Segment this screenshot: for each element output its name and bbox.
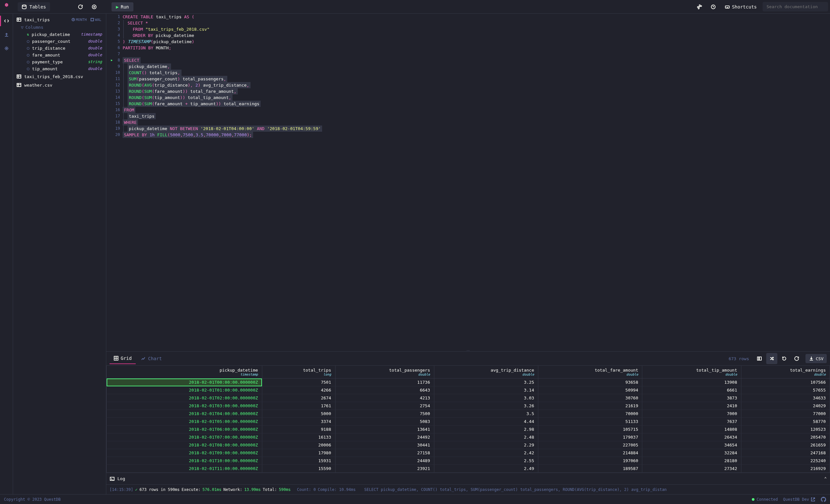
refresh-button[interactable] — [75, 1, 86, 12]
database-icon — [22, 4, 27, 9]
keyboard-icon — [725, 4, 730, 9]
chevron-down-icon: ▽ — [21, 25, 24, 30]
code-editor[interactable]: 1234567891011121314151617181920 CREATE T… — [106, 14, 830, 350]
column-header[interactable]: pickup_datetimetimestamp — [106, 366, 262, 378]
column-item[interactable]: payment_typestring — [13, 59, 106, 65]
tables-label: Tables — [29, 4, 46, 9]
csv-filename: taxi_trips_feb_2018.csv — [24, 74, 83, 79]
status-query: SELECT pickup_datetime, COUNT() total_tr… — [364, 487, 667, 492]
refresh-icon — [78, 4, 83, 9]
square-icon — [91, 18, 94, 21]
table-row[interactable]: 2018-02-01T04:00:00.000000Z500075003.570… — [106, 410, 830, 418]
table-row[interactable]: 2018-02-01T06:00:00.000000Z9188136412.98… — [106, 426, 830, 433]
line-gutter: 1234567891011121314151617181920 — [106, 14, 123, 350]
log-bar[interactable]: Log ⌃ — [106, 473, 830, 484]
column-name: tip_amount — [32, 66, 58, 71]
refresh-grid-button[interactable] — [791, 353, 802, 364]
gear-icon — [4, 46, 9, 51]
column-item[interactable]: trip_distancedouble — [13, 45, 106, 52]
table-row[interactable]: 2018-02-01T11:00:00.000000Z15590239212.4… — [106, 465, 830, 473]
slack-button[interactable] — [694, 1, 705, 12]
csv-filename: weather.csv — [24, 83, 52, 88]
svg-point-5 — [6, 48, 7, 49]
run-label: Run — [121, 4, 129, 9]
partition-badge: MONTH — [70, 17, 88, 22]
tab-chart[interactable]: Chart — [137, 353, 166, 364]
table-row[interactable]: 2018-02-01T01:00:00.000000Z426666433.145… — [106, 387, 830, 394]
table-row[interactable]: 2018-02-01T09:00:00.000000Z17980271582.4… — [106, 449, 830, 457]
table-row[interactable]: 2018-02-01T00:00:00.000000Z7501117363.25… — [106, 378, 830, 387]
column-header[interactable]: total_passengersdouble — [335, 366, 434, 378]
app-logo — [4, 2, 13, 11]
check-icon: ✓ — [135, 487, 137, 492]
svg-rect-14 — [110, 477, 114, 480]
results-panel: Grid Chart 673 rows CSV pic — [106, 351, 830, 473]
tab-grid[interactable]: Grid — [109, 353, 136, 364]
reset-button[interactable] — [779, 353, 790, 364]
column-item[interactable]: fare_amountdouble — [13, 52, 106, 59]
table-row[interactable]: 2018-02-01T02:00:00.000000Z267442133.033… — [106, 394, 830, 402]
clock-icon — [72, 18, 75, 21]
table-row[interactable]: 2018-02-01T03:00:00.000000Z176127543.262… — [106, 402, 830, 410]
connection-dot — [752, 498, 755, 501]
shortcuts-button[interactable]: Shortcuts — [722, 2, 760, 11]
svg-point-0 — [6, 4, 7, 6]
csv-file-item[interactable]: weather.csv — [13, 81, 106, 89]
github-link[interactable] — [821, 497, 826, 502]
column-header[interactable]: total_tripslong — [262, 366, 335, 378]
sort-icon: ⇅ — [27, 32, 29, 37]
rail-upload[interactable] — [2, 30, 11, 39]
column-type: string — [88, 60, 102, 64]
csv-file-item[interactable]: taxi_trips_feb_2018.csv — [13, 72, 106, 81]
upload-icon — [4, 32, 9, 37]
brand-link[interactable]: QuestDB Dev — [783, 497, 816, 502]
rail-code[interactable] — [2, 16, 11, 26]
table-node[interactable]: taxi_trips MONTH WAL — [13, 16, 106, 24]
table-icon — [17, 82, 22, 88]
circle-icon — [27, 61, 29, 63]
column-header[interactable]: total_earningsdouble — [741, 366, 830, 378]
code-icon — [4, 18, 9, 24]
help-button[interactable] — [708, 1, 719, 12]
table-row[interactable]: 2018-02-01T05:00:00.000000Z337450834.445… — [106, 418, 830, 426]
freeze-button[interactable] — [754, 353, 765, 364]
columns-header[interactable]: ▽ Columns — [13, 24, 106, 31]
column-type: double — [88, 46, 102, 51]
status-rows: 673 rows in 590ms — [139, 487, 180, 492]
column-item[interactable]: ⇅pickup_datetimetimestamp — [13, 31, 106, 38]
table-icon — [17, 74, 22, 79]
column-item[interactable]: passenger_countdouble — [13, 38, 106, 45]
column-header[interactable]: total_fare_amountdouble — [538, 366, 642, 378]
column-header[interactable]: avg_trip_distancedouble — [434, 366, 538, 378]
shortcuts-label: Shortcuts — [732, 4, 757, 9]
csv-export-button[interactable]: CSV — [805, 354, 827, 363]
rail-settings[interactable] — [2, 44, 11, 53]
plus-circle-icon — [92, 4, 97, 9]
column-header[interactable]: total_tip_amountdouble — [642, 366, 741, 378]
table-row[interactable]: 2018-02-01T10:00:00.000000Z15931244892.5… — [106, 457, 830, 465]
run-button[interactable]: ▶ Run — [111, 2, 134, 11]
column-item[interactable]: tip_amountdouble — [13, 65, 106, 72]
circle-icon — [27, 68, 29, 70]
add-button[interactable] — [89, 1, 100, 12]
columns-icon — [757, 356, 762, 361]
results-grid[interactable]: pickup_datetimetimestamptotal_tripslongt… — [106, 365, 830, 473]
tables-button[interactable]: Tables — [18, 2, 50, 11]
wal-badge: WAL — [89, 17, 103, 22]
table-row[interactable]: 2018-02-01T07:00:00.000000Z16133244922.4… — [106, 433, 830, 441]
table-row[interactable]: 2018-02-01T08:00:00.000000Z20006304412.2… — [106, 441, 830, 449]
slack-icon — [697, 4, 702, 9]
rows-count: 673 rows — [729, 356, 749, 361]
column-type: double — [88, 53, 102, 58]
download-icon — [809, 356, 814, 361]
table-icon — [17, 17, 22, 22]
refresh-icon — [794, 356, 799, 361]
github-icon — [821, 497, 826, 502]
search-input[interactable] — [763, 2, 828, 11]
column-type: double — [88, 39, 102, 44]
move-left-button[interactable] — [766, 353, 777, 364]
sidebar: taxi_trips MONTH WAL ▽ Columns ⇅pickup_d… — [13, 14, 106, 494]
code-area[interactable]: CREATE TABLE taxi_trips AS ( SELECT * FR… — [123, 14, 830, 350]
circle-icon — [27, 47, 29, 50]
status-time: [14:15:39] — [109, 487, 133, 492]
